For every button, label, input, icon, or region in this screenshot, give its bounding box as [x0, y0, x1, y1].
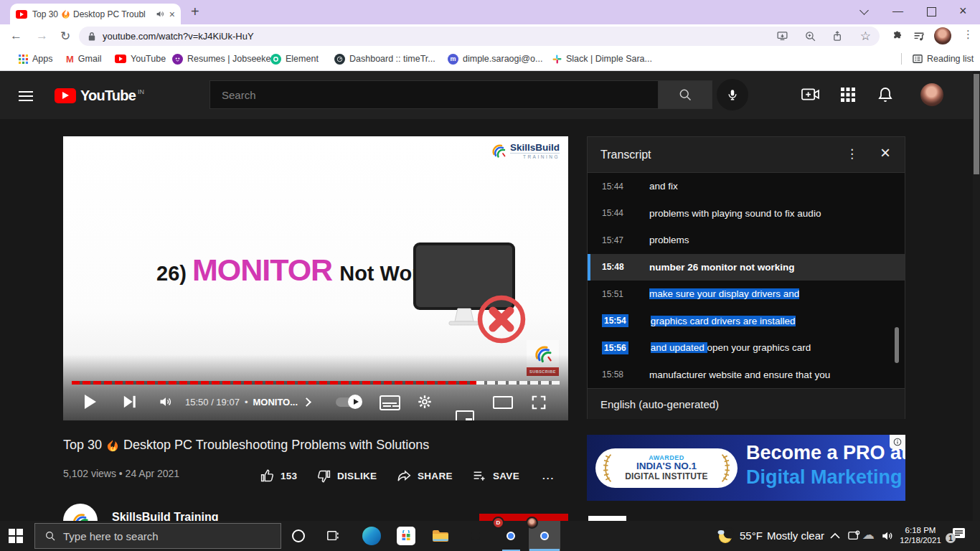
meet-now-icon[interactable]: [847, 530, 860, 542]
progress-bar[interactable]: [72, 381, 560, 385]
windows-search-input[interactable]: Type here to search: [34, 523, 281, 549]
window-close-button[interactable]: ×: [959, 4, 967, 17]
tab-audio-icon[interactable]: [156, 9, 165, 19]
task-view-icon[interactable]: [326, 529, 339, 542]
transcript-row[interactable]: 15:54 graphics card drivers are installe…: [588, 308, 905, 335]
theater-mode-button[interactable]: [493, 396, 513, 409]
file-explorer-icon[interactable]: [431, 527, 450, 545]
weather-icon[interactable]: [715, 527, 734, 548]
reading-list-label: Reading list: [927, 54, 974, 64]
video-meta: 5,102 views • 24 Apr 2021: [63, 468, 179, 479]
search-button[interactable]: [659, 80, 712, 109]
transcript-row[interactable]: 15:44 problems with playing sound to fix…: [588, 200, 905, 227]
video-title: Top 30 Desktop PC Troubleshooting Proble…: [63, 438, 429, 453]
edge-icon[interactable]: [362, 527, 381, 545]
transcript-row[interactable]: 15:47 problems: [588, 227, 905, 254]
scrollbar-thumb[interactable]: [974, 74, 979, 174]
chapter-chevron-icon[interactable]: [302, 397, 311, 407]
page-scrollbar[interactable]: [973, 71, 980, 521]
bookmark-element[interactable]: Element: [270, 47, 319, 70]
weather-temperature[interactable]: 55°F: [740, 529, 763, 542]
account-avatar[interactable]: [920, 83, 943, 106]
media-controls-icon[interactable]: [913, 30, 925, 42]
share-icon[interactable]: [832, 30, 844, 42]
youtube-masthead: YouTube IN Search: [0, 71, 980, 119]
browser-menu-icon[interactable]: ⋮: [963, 28, 974, 41]
transcript-row[interactable]: 15:58 manufacturer website and ensure th…: [588, 362, 905, 389]
browser-tab-strip: Top 30 Desktop PC Troubl × + — ×: [0, 0, 980, 24]
address-bar[interactable]: youtube.com/watch?v=kJ4KiUk-HuY ☆: [79, 27, 880, 46]
extensions-icon[interactable]: [891, 30, 903, 42]
create-video-icon[interactable]: [801, 86, 819, 103]
bookmark-slack[interactable]: Slack | Dimple Sara...: [552, 47, 652, 70]
miniplayer-button[interactable]: [456, 410, 474, 420]
tab-close-icon[interactable]: ×: [169, 9, 175, 20]
bookmark-gmail[interactable]: M Gmail: [66, 47, 102, 70]
transcript-row[interactable]: 15:51 make sure your display drivers and: [588, 281, 905, 308]
browser-tab[interactable]: Top 30 Desktop PC Troubl ×: [10, 4, 181, 24]
new-tab-button[interactable]: +: [191, 4, 199, 20]
transcript-row[interactable]: 15:44 and fix: [588, 173, 905, 200]
bookmark-email[interactable]: m dimple.saraogi@o...: [448, 47, 542, 70]
bookmark-apps[interactable]: Apps: [19, 47, 53, 70]
transcript-row[interactable]: 15:56 and updated open your graphics car…: [588, 334, 905, 362]
bookmark-resumes[interactable]: Resumes | Jobseeker: [172, 47, 274, 70]
search-placeholder: Search: [222, 89, 256, 101]
cortana-icon[interactable]: [292, 529, 305, 542]
dislike-button[interactable]: DISLIKE: [316, 466, 377, 485]
window-chevron-icon[interactable]: [859, 6, 869, 15]
more-actions-button[interactable]: ...: [542, 466, 555, 485]
transcript-scrollbar[interactable]: [895, 327, 899, 363]
tray-chevron-up-icon[interactable]: [830, 532, 840, 539]
transcript-footer[interactable]: English (auto-generated): [588, 388, 905, 419]
tab-title: Top 30 Desktop PC Troubl: [32, 9, 151, 19]
transcript-close-icon[interactable]: ×: [880, 143, 890, 163]
youtube-logo[interactable]: YouTube IN: [55, 88, 144, 104]
window-minimize-button[interactable]: —: [892, 5, 903, 16]
start-button[interactable]: [9, 529, 23, 543]
ad-info-button[interactable]: [890, 435, 905, 449]
reading-list-button[interactable]: Reading list: [913, 47, 974, 70]
weather-condition[interactable]: Mostly clear: [767, 529, 824, 542]
chrome-profile-badge: D: [492, 517, 504, 529]
search-input[interactable]: Search: [209, 80, 659, 109]
next-button[interactable]: [122, 395, 138, 409]
transcript-timestamp: 15:44: [602, 208, 649, 218]
notifications-bell-icon[interactable]: [877, 86, 894, 103]
save-button[interactable]: SAVE: [472, 466, 519, 485]
zoom-icon[interactable]: [804, 30, 816, 42]
chapter-title[interactable]: MONITO...: [253, 397, 298, 408]
transcript-row-current[interactable]: 15:48 number 26 monitor not working: [588, 254, 905, 281]
microsoft-store-icon[interactable]: [397, 527, 415, 545]
volume-icon[interactable]: [158, 395, 174, 409]
profile-avatar[interactable]: [934, 27, 951, 44]
ad-banner[interactable]: AWARDED INDIA'S NO.1 DIGITAL INSTITUTE B…: [587, 435, 905, 501]
volume-tray-icon[interactable]: [881, 529, 894, 542]
back-icon[interactable]: ←: [10, 29, 22, 43]
bookmark-dashboard[interactable]: Dashboard :: timeTr...: [334, 47, 435, 70]
voice-search-button[interactable]: [717, 79, 748, 110]
bookmark-youtube[interactable]: YouTube: [115, 47, 166, 70]
onedrive-cloud-icon[interactable]: ☁: [862, 527, 875, 542]
play-button[interactable]: [85, 390, 96, 414]
like-button[interactable]: 153: [260, 466, 297, 485]
element-icon: [270, 54, 281, 65]
transcript-menu-icon[interactable]: ⋮: [846, 146, 858, 161]
bookmark-star-icon[interactable]: ☆: [860, 30, 871, 42]
autoplay-toggle[interactable]: [336, 397, 360, 407]
youtube-apps-grid-icon[interactable]: [839, 86, 857, 103]
subtitles-button[interactable]: [380, 395, 400, 410]
forward-icon[interactable]: →: [36, 29, 48, 43]
reload-icon[interactable]: ↻: [60, 29, 70, 44]
notification-center-icon[interactable]: 1: [950, 527, 966, 545]
taskbar-clock[interactable]: 6:18 PM 12/18/2021: [898, 525, 943, 545]
video-player[interactable]: SkillsBuild TRAINING 26) MONITOR Not Wor…: [63, 136, 568, 420]
fullscreen-button[interactable]: [531, 395, 547, 410]
transcript-text-rest: open your graphics card: [707, 342, 811, 353]
install-icon[interactable]: [776, 30, 788, 42]
guide-hamburger-icon[interactable]: [19, 88, 33, 104]
window-restore-button[interactable]: [927, 7, 936, 17]
settings-gear-icon[interactable]: [417, 394, 433, 410]
save-playlist-icon: [472, 468, 487, 484]
share-button[interactable]: SHARE: [397, 466, 453, 485]
